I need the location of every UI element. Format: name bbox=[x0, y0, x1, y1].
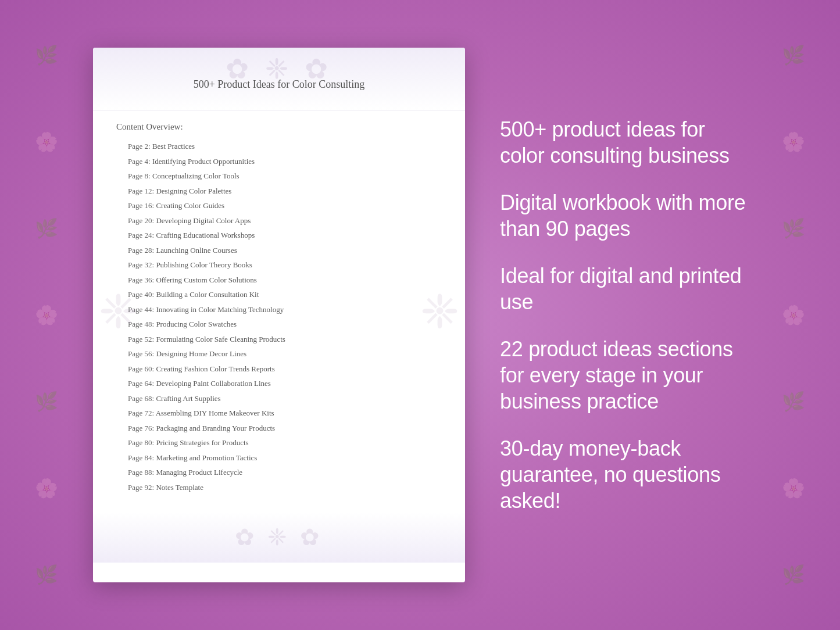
feature-text: Ideal for digital and printed use bbox=[500, 263, 747, 315]
toc-item: Page 12: Designing Color Palettes bbox=[116, 184, 442, 199]
feature-text: 500+ product ideas for color consulting … bbox=[500, 116, 747, 169]
feature-text: 22 product ideas sections for every stag… bbox=[500, 336, 747, 414]
header-decoration: ✿ ❈ ✿ bbox=[226, 52, 333, 85]
document-body: ❈ ❈ Content Overview: Page 2: Best Pract… bbox=[93, 110, 465, 512]
document: ✿ ❈ ✿ 500+ Product Ideas for Color Consu… bbox=[93, 48, 465, 582]
content-wrapper: ✿ ❈ ✿ 500+ Product Ideas for Color Consu… bbox=[0, 0, 840, 630]
toc-item: Page 48: Producing Color Swatches bbox=[116, 317, 442, 332]
document-header: ✿ ❈ ✿ 500+ Product Ideas for Color Consu… bbox=[93, 48, 465, 110]
toc-item: Page 28: Launching Online Courses bbox=[116, 243, 442, 258]
toc-list: Page 2: Best PracticesPage 4: Identifyin… bbox=[116, 139, 442, 495]
side-decoration-left: ❈ bbox=[99, 284, 138, 338]
toc-page-num: Page 4: bbox=[128, 157, 151, 166]
toc-page-num: Page 12: bbox=[128, 187, 154, 195]
feature-item: 30-day money-back guarantee, no question… bbox=[500, 435, 747, 514]
toc-item: Page 72: Assembling DIY Home Makeover Ki… bbox=[116, 406, 442, 421]
toc-item: Page 8: Conceptualizing Color Tools bbox=[116, 169, 442, 184]
feature-item: 22 product ideas sections for every stag… bbox=[500, 336, 747, 414]
floral-sprig: 🌸 bbox=[782, 479, 805, 497]
toc-item: Page 4: Identifying Product Opportunitie… bbox=[116, 154, 442, 169]
toc-item: Page 76: Packaging and Branding Your Pro… bbox=[116, 421, 442, 436]
toc-page-num: Page 20: bbox=[128, 216, 154, 225]
toc-item: Page 36: Offering Custom Color Solutions bbox=[116, 273, 442, 288]
toc-page-num: Page 80: bbox=[128, 438, 154, 447]
footer-decoration: ✿ ❈ ✿ bbox=[116, 524, 442, 551]
document-footer: ✿ ❈ ✿ bbox=[93, 512, 465, 563]
toc-item: Page 60: Creating Fashion Color Trends R… bbox=[116, 361, 442, 377]
toc-page-num: Page 2: bbox=[128, 142, 151, 151]
toc-page-num: Page 28: bbox=[128, 246, 154, 255]
feature-item: 500+ product ideas for color consulting … bbox=[500, 116, 747, 169]
toc-page-num: Page 8: bbox=[128, 171, 151, 180]
floral-sprig: 🌸 bbox=[35, 306, 58, 324]
toc-item: Page 92: Notes Template bbox=[116, 480, 442, 495]
feature-text: 30-day money-back guarantee, no question… bbox=[500, 435, 747, 514]
floral-sprig: 🌿 bbox=[35, 219, 58, 238]
floral-sprig: 🌿 bbox=[35, 565, 58, 584]
toc-item: Page 44: Innovating in Color Matching Te… bbox=[116, 302, 442, 317]
floral-sprig: 🌸 bbox=[35, 479, 58, 497]
toc-page-num: Page 36: bbox=[128, 275, 154, 284]
toc-page-num: Page 32: bbox=[128, 260, 154, 269]
toc-item: Page 20: Developing Digital Color Apps bbox=[116, 213, 442, 228]
toc-page-num: Page 64: bbox=[128, 379, 154, 388]
feature-text: Digital workbook with more than 90 pages bbox=[500, 189, 747, 242]
floral-sprig: 🌿 bbox=[782, 219, 805, 238]
floral-sprig: 🌿 bbox=[35, 392, 58, 411]
toc-page-num: Page 76: bbox=[128, 424, 154, 432]
toc-item: Page 16: Creating Color Guides bbox=[116, 198, 442, 213]
toc-page-num: Page 72: bbox=[128, 409, 154, 417]
toc-page-num: Page 60: bbox=[128, 364, 154, 373]
floral-sprig: 🌿 bbox=[782, 392, 805, 411]
floral-decoration-left: 🌿 🌸 🌿 🌸 🌿 🌸 🌿 bbox=[0, 0, 93, 630]
toc-page-num: Page 68: bbox=[128, 394, 154, 403]
toc-page-num: Page 24: bbox=[128, 231, 154, 239]
side-decoration-right: ❈ bbox=[420, 284, 459, 338]
toc-item: Page 24: Crafting Educational Workshops bbox=[116, 228, 442, 243]
toc-page-num: Page 84: bbox=[128, 453, 154, 462]
floral-sprig: 🌸 bbox=[782, 133, 805, 151]
toc-page-num: Page 56: bbox=[128, 349, 154, 358]
floral-sprig: 🌿 bbox=[782, 46, 805, 65]
feature-item: Digital workbook with more than 90 pages bbox=[500, 189, 747, 242]
floral-sprig: 🌿 bbox=[782, 565, 805, 584]
toc-item: Page 52: Formulating Color Safe Cleaning… bbox=[116, 332, 442, 347]
floral-sprig: 🌸 bbox=[35, 133, 58, 151]
toc-page-num: Page 16: bbox=[128, 201, 154, 210]
toc-item: Page 80: Pricing Strategies for Products bbox=[116, 435, 442, 450]
floral-decoration-right: 🌿 🌸 🌿 🌸 🌿 🌸 🌿 bbox=[747, 0, 840, 630]
feature-item: Ideal for digital and printed use bbox=[500, 263, 747, 315]
toc-item: Page 88: Managing Product Lifecycle bbox=[116, 465, 442, 480]
toc-page-num: Page 88: bbox=[128, 468, 154, 477]
floral-sprig: 🌿 bbox=[35, 46, 58, 65]
toc-item: Page 40: Building a Color Consultation K… bbox=[116, 287, 442, 302]
toc-item: Page 68: Crafting Art Supplies bbox=[116, 391, 442, 406]
toc-page-num: Page 92: bbox=[128, 483, 154, 492]
toc-item: Page 84: Marketing and Promotion Tactics bbox=[116, 450, 442, 466]
content-overview-label: Content Overview: bbox=[116, 122, 442, 132]
toc-item: Page 64: Developing Paint Collaboration … bbox=[116, 376, 442, 391]
toc-item: Page 32: Publishing Color Theory Books bbox=[116, 257, 442, 273]
features-panel: 500+ product ideas for color consulting … bbox=[500, 105, 747, 525]
floral-sprig: 🌸 bbox=[782, 306, 805, 324]
toc-item: Page 56: Designing Home Decor Lines bbox=[116, 346, 442, 361]
toc-item: Page 2: Best Practices bbox=[116, 139, 442, 154]
